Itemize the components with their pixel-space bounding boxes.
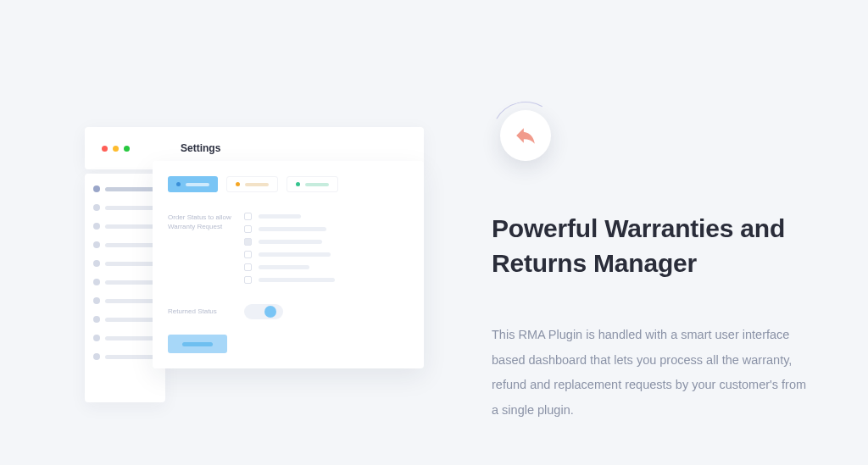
tab-pill-active xyxy=(168,176,218,192)
traffic-lights xyxy=(102,146,130,152)
sidebar-item xyxy=(93,297,157,304)
feature-description: This RMA Plugin is handled with a smart … xyxy=(492,323,809,423)
sidebar-item xyxy=(93,223,157,230)
toggle xyxy=(244,304,283,319)
minimize-dot xyxy=(113,146,119,152)
reply-icon xyxy=(515,125,537,147)
mockup-main-panel: Order Status to allow Warranty Request R… xyxy=(153,161,424,368)
tab-pill xyxy=(226,176,278,192)
submit-placeholder xyxy=(168,335,227,353)
maximize-dot xyxy=(124,146,130,152)
settings-ui-mockup: Settings Order Status to allow Warr xyxy=(51,51,424,431)
window-title: Settings xyxy=(181,142,220,154)
sidebar-item xyxy=(93,204,157,211)
sidebar-item-return-request xyxy=(93,185,157,192)
sidebar-item xyxy=(93,316,157,323)
sidebar-item xyxy=(93,279,157,285)
returned-status-label: Returned Status xyxy=(168,307,244,316)
tab-pills xyxy=(168,176,409,192)
feature-copy: Powerful Warranties and Returns Manager … xyxy=(424,51,834,431)
icon-circle xyxy=(500,110,551,161)
close-dot xyxy=(102,146,108,152)
sidebar-item xyxy=(93,241,157,248)
order-status-row: Order Status to allow Warranty Request xyxy=(168,213,409,289)
order-status-label: Order Status to allow Warranty Request xyxy=(168,213,244,289)
tab-pill xyxy=(287,176,338,192)
sidebar-item xyxy=(93,260,157,267)
feature-icon-wrap xyxy=(492,102,559,169)
returned-status-row: Returned Status xyxy=(168,304,409,319)
feature-heading: Powerful Warranties and Returns Manager xyxy=(492,212,809,280)
sidebar-item xyxy=(93,353,157,360)
sidebar-item xyxy=(93,335,157,341)
